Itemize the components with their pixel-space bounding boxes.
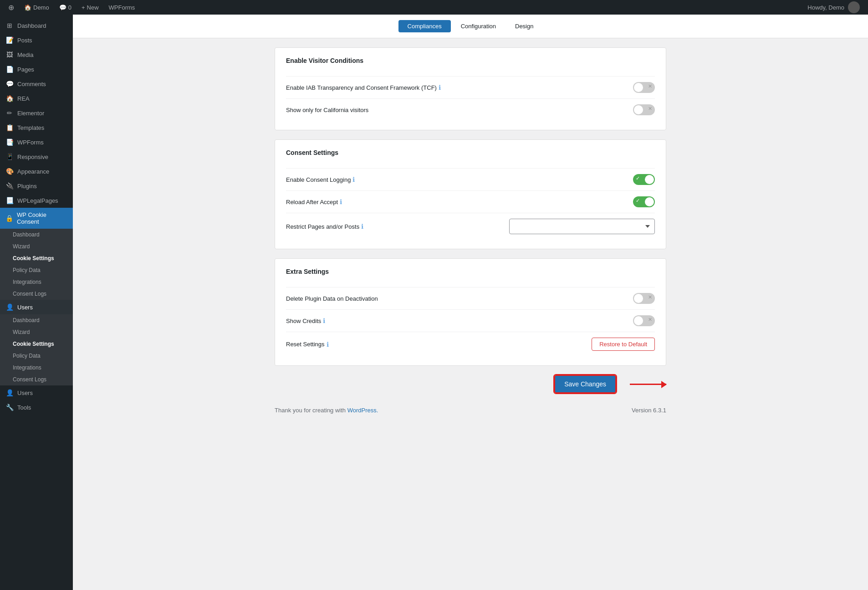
cookie-icon: 🔒 <box>5 215 13 222</box>
users-submenu: Dashboard Wizard Cookie Settings Policy … <box>0 314 73 385</box>
tcf-toggle[interactable] <box>633 82 655 93</box>
sidebar-item-rea[interactable]: 🏠 REA <box>0 91 73 106</box>
restrict-pages-select[interactable] <box>509 219 655 234</box>
sub-dashboard2[interactable]: Dashboard <box>0 314 73 326</box>
sub-dashboard[interactable]: Dashboard <box>0 229 73 241</box>
sidebar: ⊞ Dashboard 📝 Posts 🖼 Media 📄 Pages 💬 Co… <box>0 15 73 590</box>
visitor-conditions-title: Enable Visitor Conditions <box>286 57 655 69</box>
reload-accept-toggle[interactable] <box>633 196 655 207</box>
show-credits-toggle[interactable] <box>633 315 655 326</box>
main-content: Compliances Configuration Design Enable … <box>73 15 868 590</box>
sidebar-item-comments[interactable]: 💬 Comments <box>0 77 73 91</box>
users2-icon: 👤 <box>5 389 14 396</box>
appearance-icon: 🎨 <box>5 168 14 175</box>
wp-logo[interactable]: ⊕ <box>5 0 18 15</box>
save-changes-button[interactable]: Save Changes <box>554 375 616 393</box>
sidebar-item-wplegal[interactable]: 📃 WPLegalPages <box>0 193 73 208</box>
sidebar-item-tools[interactable]: 🔧 Tools <box>0 400 73 415</box>
comments-bar[interactable]: 💬 0 <box>56 0 75 15</box>
rea-icon: 🏠 <box>5 95 14 102</box>
consent-settings-title: Consent Settings <box>286 149 655 161</box>
footer-version: Version 6.3.1 <box>632 407 666 414</box>
restrict-pages-label: Restrict Pages and/or Posts ℹ <box>286 223 363 230</box>
templates-icon: 📋 <box>5 124 14 131</box>
sidebar-item-appearance[interactable]: 🎨 Appearance <box>0 164 73 179</box>
tcf-toggle-slider <box>633 82 655 93</box>
wp-icon: ⊕ <box>8 3 14 12</box>
sub-consent-logs[interactable]: Consent Logs <box>0 288 73 300</box>
sidebar-item-wpforms[interactable]: 📑 WPForms <box>0 135 73 149</box>
reset-settings-label: Reset Settings ℹ <box>286 341 329 348</box>
sub-policy-data2[interactable]: Policy Data <box>0 350 73 362</box>
admin-bar: ⊕ 🏠 Demo 💬 0 + New WPForms Howdy, Demo <box>0 0 868 15</box>
tab-compliances[interactable]: Compliances <box>398 20 451 32</box>
sidebar-item-plugins[interactable]: 🔌 Plugins <box>0 179 73 193</box>
extra-settings-title: Extra Settings <box>286 268 655 280</box>
sidebar-item-elementor[interactable]: ✏ Elementor <box>0 106 73 120</box>
comment-icon: 💬 <box>59 4 66 11</box>
sub-cookie-settings2[interactable]: Cookie Settings <box>0 338 73 350</box>
show-credits-label: Show Credits ℹ <box>286 317 325 324</box>
sidebar-item-templates[interactable]: 📋 Templates <box>0 120 73 135</box>
wordpress-link[interactable]: WordPress. <box>347 407 378 414</box>
sidebar-item-responsive[interactable]: 📱 Responsive <box>0 149 73 164</box>
tab-design[interactable]: Design <box>506 20 542 32</box>
california-label: Show only for California visitors <box>286 107 368 113</box>
responsive-icon: 📱 <box>5 153 14 160</box>
house-icon: 🏠 <box>24 4 31 11</box>
sidebar-item-wp-cookie-consent[interactable]: 🔒 WP Cookie Consent <box>0 208 73 229</box>
reload-accept-info-icon[interactable]: ℹ <box>340 198 342 205</box>
plus-icon: + <box>82 4 85 11</box>
reset-settings-row: Reset Settings ℹ Restore to Default <box>286 332 655 356</box>
new-bar[interactable]: + New <box>78 0 102 15</box>
tab-configuration[interactable]: Configuration <box>452 20 505 32</box>
reset-settings-info-icon[interactable]: ℹ <box>327 341 329 348</box>
restrict-pages-row: Restrict Pages and/or Posts ℹ <box>286 213 655 240</box>
consent-logging-label: Enable Consent Logging ℹ <box>286 176 355 183</box>
visitor-conditions-card: Enable Visitor Conditions Enable IAB Tra… <box>275 47 666 130</box>
sub-cookie-settings[interactable]: Cookie Settings <box>0 252 73 264</box>
media-icon: 🖼 <box>5 51 14 58</box>
california-toggle-slider <box>633 104 655 115</box>
consent-logging-toggle[interactable] <box>633 174 655 185</box>
wpforms-bar[interactable]: WPForms <box>105 0 139 15</box>
restore-default-button[interactable]: Restore to Default <box>592 338 655 351</box>
consent-logging-info-icon[interactable]: ℹ <box>352 176 355 183</box>
wplegal-icon: 📃 <box>5 197 14 204</box>
tcf-info-icon[interactable]: ℹ <box>439 84 441 91</box>
sub-wizard[interactable]: Wizard <box>0 241 73 252</box>
sidebar-item-users[interactable]: 👤 Users <box>0 300 73 314</box>
show-credits-info-icon[interactable]: ℹ <box>323 317 325 324</box>
tab-bar: Compliances Configuration Design <box>73 15 868 38</box>
consent-logging-row: Enable Consent Logging ℹ <box>286 168 655 190</box>
sidebar-item-users2[interactable]: 👤 Users <box>0 385 73 400</box>
reload-accept-row: Reload After Accept ℹ <box>286 190 655 213</box>
california-row: Show only for California visitors <box>286 98 655 121</box>
delete-plugin-toggle[interactable] <box>633 293 655 304</box>
comments-icon: 💬 <box>5 80 14 87</box>
elementor-icon: ✏ <box>5 109 14 117</box>
sidebar-item-dashboard[interactable]: ⊞ Dashboard <box>0 18 73 33</box>
sidebar-item-pages[interactable]: 📄 Pages <box>0 62 73 77</box>
consent-settings-card: Consent Settings Enable Consent Logging … <box>275 139 666 249</box>
site-name-bar[interactable]: 🏠 Demo <box>20 0 53 15</box>
footer: Thank you for creating with WordPress. V… <box>275 407 666 414</box>
sidebar-item-media[interactable]: 🖼 Media <box>0 47 73 62</box>
restrict-pages-info-icon[interactable]: ℹ <box>361 223 363 230</box>
sub-integrations2[interactable]: Integrations <box>0 362 73 374</box>
delete-plugin-row: Delete Plugin Data on Deactivation <box>286 287 655 309</box>
sub-consent-logs2[interactable]: Consent Logs <box>0 374 73 385</box>
extra-settings-card: Extra Settings Delete Plugin Data on Dea… <box>275 258 666 366</box>
footer-left: Thank you for creating with WordPress. <box>275 407 378 414</box>
red-arrow <box>630 384 666 385</box>
avatar <box>848 1 860 13</box>
tools-icon: 🔧 <box>5 404 14 411</box>
show-credits-toggle-slider <box>633 315 655 326</box>
california-toggle[interactable] <box>633 104 655 115</box>
posts-icon: 📝 <box>5 36 14 44</box>
sub-integrations[interactable]: Integrations <box>0 276 73 288</box>
sidebar-item-posts[interactable]: 📝 Posts <box>0 33 73 47</box>
plugins-icon: 🔌 <box>5 182 14 190</box>
sub-policy-data[interactable]: Policy Data <box>0 264 73 276</box>
sub-wizard2[interactable]: Wizard <box>0 326 73 338</box>
